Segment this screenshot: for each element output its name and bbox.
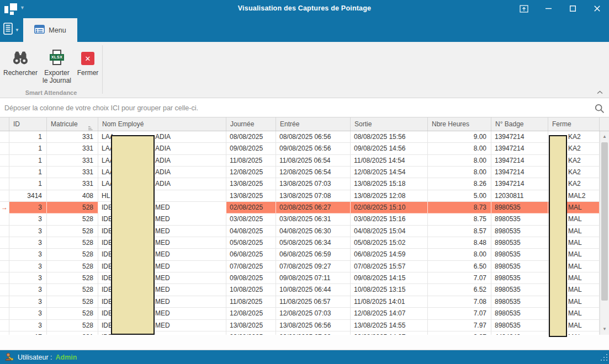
cell-badge[interactable]: 13947214 [491,143,548,154]
cell-id[interactable]: 3 [9,272,47,284]
cell-matricule[interactable]: 331 [47,167,98,178]
cell-entree[interactable]: 07/08/2025 09:27 [276,261,351,272]
column-header-journ-e[interactable]: Journée [226,117,276,131]
cell-sortie[interactable]: 09/08/2025 14:15 [351,272,428,284]
cell-entree[interactable]: 05/08/2025 06:34 [276,237,351,249]
maximize-button[interactable] [560,0,585,17]
cell-entree[interactable]: 09/08/2025 07:11 [276,272,351,284]
close-button[interactable] [585,0,609,17]
column-header-entr-e[interactable]: Entrée [276,117,351,131]
table-row[interactable]: 3528IDEMED09/08/202509/08/2025 07:1109/0… [0,272,600,284]
table-row[interactable]: 3414408HL13/08/202513/08/2025 07:0813/08… [0,190,600,202]
cell-id[interactable]: 1 [9,155,47,167]
cell-heures[interactable]: 8.75 [428,213,491,225]
cell-entree[interactable]: 03/08/2025 06:31 [276,213,351,225]
cell-entree[interactable]: 12/08/2025 06:54 [276,167,351,178]
cell-id[interactable]: 3414 [9,190,47,202]
cell-matricule[interactable]: 528 [47,249,98,260]
cell-matricule[interactable]: 528 [47,261,98,272]
cell-badge[interactable]: 13947214 [491,155,548,167]
cell-sortie[interactable]: 02/08/2025 15:10 [351,202,428,213]
cell-entree[interactable]: 11/08/2025 06:57 [276,296,351,308]
cell-journee[interactable]: 09/08/2025 [226,143,276,154]
cell-sortie[interactable]: 03/08/2025 15:16 [351,213,428,225]
cell-journee[interactable]: 04/08/2025 [226,226,276,237]
cell-heures[interactable]: 8.48 [428,237,491,249]
cell-matricule[interactable]: 528 [47,308,98,319]
scrollbar-thumb[interactable] [601,142,608,301]
ribbon-display-options-button[interactable] [512,0,536,17]
cell-id[interactable]: 3 [9,237,47,249]
cell-entree[interactable]: 11/08/2025 06:54 [276,155,351,167]
cell-heures[interactable]: 7.97 [428,320,491,331]
cell-badge[interactable]: 8980535 [491,237,548,249]
column-header-nbre-heures[interactable]: Nbre Heures [428,117,491,131]
collapse-ribbon-button[interactable] [595,88,605,96]
cell-matricule[interactable]: 528 [47,320,98,331]
minimize-button[interactable] [536,0,560,17]
table-row[interactable]: 1331LAAADIA08/08/202508/08/2025 06:5608/… [0,131,600,143]
cell-matricule[interactable]: 331 [47,178,98,190]
tab-menu[interactable]: Menu [23,18,77,42]
table-row[interactable]: 1331LAAADIA12/08/202512/08/2025 06:5412/… [0,167,600,178]
cell-heures[interactable]: 6.50 [428,261,491,272]
cell-id[interactable]: 3 [9,320,47,331]
cell-id[interactable]: 3 [9,296,47,308]
cell-journee[interactable]: 11/08/2025 [226,296,276,308]
cell-matricule[interactable]: 528 [47,202,98,213]
table-row[interactable]: 1331LAAADIA09/08/202509/08/2025 06:5609/… [0,143,600,154]
cell-badge[interactable]: 8980535 [491,261,548,272]
scroll-up-arrow[interactable]: ▲ [600,132,609,141]
cell-sortie[interactable]: 13/08/2025 15:18 [351,178,428,190]
table-row[interactable]: →3528IDEMED02/08/202502/08/2025 06:2702/… [0,202,600,213]
cell-badge[interactable]: 8980535 [491,249,548,260]
cell-badge[interactable]: 13947214 [491,167,548,178]
application-menu-button[interactable]: ▼ [3,22,22,38]
cell-sortie[interactable]: 13/08/2025 12:08 [351,190,428,202]
cell-sortie[interactable]: 09/08/2025 14:56 [351,143,428,154]
cell-heures[interactable]: 8.00 [428,249,491,260]
cell-heures[interactable]: 8.00 [428,155,491,167]
cell-badge[interactable]: 8980535 [491,226,548,237]
column-header-sortie[interactable]: Sortie [351,117,428,131]
cell-entree[interactable]: 13/08/2025 07:03 [276,178,351,190]
cell-sortie[interactable]: 11/08/2025 14:54 [351,155,428,167]
export-journal-button[interactable]: XLSX Exporter le Journal [41,46,73,94]
cell-badge[interactable]: 8980535 [491,320,548,331]
cell-sortie[interactable]: 08/08/2025 15:56 [351,131,428,143]
cell-journee[interactable]: 05/08/2025 [226,237,276,249]
cell-id[interactable]: 3 [9,249,47,260]
column-header-matricule[interactable]: Matricule [47,117,98,131]
cell-matricule[interactable]: 408 [47,190,98,202]
cell-badge[interactable]: 8980535 [491,308,548,319]
cell-entree[interactable]: 13/08/2025 07:08 [276,190,351,202]
cell-sortie[interactable]: 13/08/2025 14:55 [351,320,428,331]
cell-journee[interactable]: 10/08/2025 [226,284,276,296]
cell-sortie[interactable]: 07/08/2025 15:57 [351,261,428,272]
table-row[interactable]: 3528IDEMED12/08/202512/08/2025 07:0312/0… [0,308,600,319]
cell-badge[interactable]: 8980535 [491,296,548,308]
cell-journee[interactable]: 13/08/2025 [226,320,276,331]
cell-id[interactable]: 3 [9,284,47,296]
cell-heures[interactable]: 9.00 [428,131,491,143]
column-header-n-badge[interactable]: N° Badge [491,117,548,131]
table-row[interactable]: 3528IDEMED04/08/202504/08/2025 06:3004/0… [0,226,600,237]
search-icon[interactable] [595,104,605,116]
cell-entree[interactable]: 12/08/2025 07:03 [276,308,351,319]
cell-matricule[interactable]: 528 [47,213,98,225]
cell-badge[interactable]: 13947214 [491,178,548,190]
vertical-scrollbar[interactable]: ▲ ▼ [600,131,609,335]
table-row[interactable]: 3528IDEMED07/08/202507/08/2025 09:2707/0… [0,261,600,272]
cell-journee[interactable]: 13/08/2025 [226,178,276,190]
cell-entree[interactable]: 13/08/2025 06:56 [276,320,351,331]
cell-journee[interactable]: 08/08/2025 [226,131,276,143]
cell-journee[interactable]: 11/08/2025 [226,155,276,167]
table-row[interactable]: 3528IDEMED03/08/202503/08/2025 06:3103/0… [0,213,600,225]
cell-badge[interactable]: 12030811 [491,190,548,202]
cell-entree[interactable]: 08/08/2025 06:56 [276,131,351,143]
cell-journee[interactable]: 09/08/2025 [226,272,276,284]
cell-matricule[interactable]: 528 [47,284,98,296]
cell-matricule[interactable]: 331 [47,155,98,167]
table-row[interactable]: 1331LAAADIA11/08/202511/08/2025 06:5411/… [0,155,600,167]
cell-sortie[interactable]: 12/08/2025 14:54 [351,167,428,178]
